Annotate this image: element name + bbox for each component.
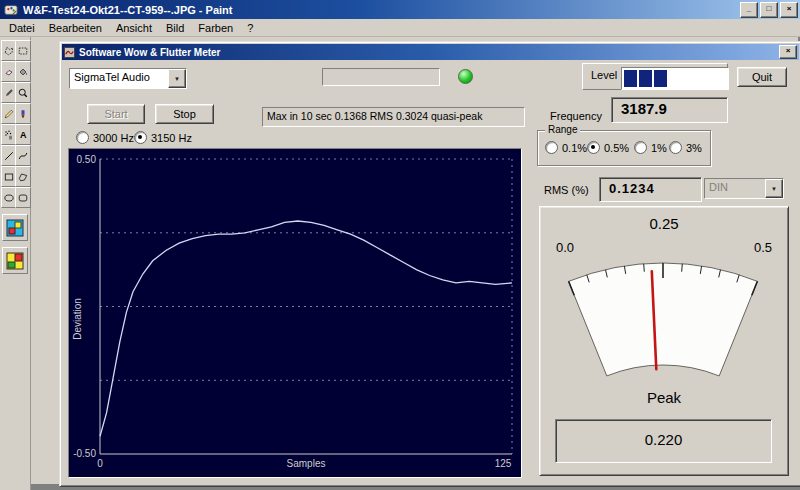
meter-face bbox=[569, 263, 758, 376]
start-button[interactable]: Start bbox=[87, 104, 145, 124]
colors-icon-1 bbox=[5, 218, 25, 238]
chevron-down-icon: ▼ bbox=[765, 179, 783, 198]
weighting-value: DIN bbox=[705, 179, 765, 198]
x-axis-label: Samples bbox=[287, 458, 326, 469]
free-form-select-icon bbox=[3, 45, 15, 57]
minimize-button[interactable]: _ bbox=[740, 2, 758, 18]
deviation-chart: 0.50 -0.50 0 Samples 125 Deviation bbox=[68, 148, 522, 478]
tool-select[interactable] bbox=[15, 40, 31, 61]
radio-range-3[interactable]: 3% bbox=[669, 141, 702, 154]
xtick-left: 0 bbox=[97, 458, 103, 469]
radio-3000hz-label: 3000 Hz bbox=[93, 132, 134, 144]
select-icon bbox=[17, 45, 29, 57]
radio-range-0-5[interactable]: 0.5% bbox=[587, 141, 629, 154]
curve-icon bbox=[17, 150, 29, 162]
colors-icon-2 bbox=[5, 251, 25, 271]
rms-value: 0.1234 bbox=[599, 177, 702, 202]
radio-3000hz[interactable]: 3000 Hz bbox=[76, 131, 134, 144]
eyedropper-icon bbox=[3, 87, 15, 99]
paint-menubar: Datei Bearbeiten Ansicht Bild Farben ? bbox=[0, 19, 800, 37]
level-panel: Level bbox=[582, 63, 728, 90]
ellipse-icon bbox=[3, 192, 15, 204]
extra-tool-2-button[interactable] bbox=[2, 247, 28, 274]
frequency-value: 3187.9 bbox=[611, 97, 728, 123]
menu-datei[interactable]: Datei bbox=[2, 21, 42, 35]
audio-device-select[interactable]: SigmaTel Audio ▼ bbox=[69, 68, 187, 89]
radio-button-icon bbox=[76, 131, 89, 144]
paint-toolbox: A bbox=[0, 37, 31, 490]
xtick-right: 125 bbox=[495, 458, 512, 469]
magnifier-icon bbox=[17, 87, 29, 99]
fill-bucket-icon bbox=[17, 66, 29, 78]
eraser-icon bbox=[3, 66, 15, 78]
tool-polygon[interactable] bbox=[15, 166, 31, 187]
status-led-icon bbox=[458, 69, 473, 84]
audio-device-value: SigmaTel Audio bbox=[70, 69, 168, 88]
paint-canvas[interactable]: Software Wow & Flutter Meter × SigmaTel … bbox=[31, 37, 800, 490]
range-group: Range 0.1% 0.5% 1% 3% bbox=[537, 130, 711, 166]
wf-meter-window: Software Wow & Flutter Meter × SigmaTel … bbox=[59, 41, 800, 487]
radio-3150hz-label: 3150 Hz bbox=[151, 132, 192, 144]
display-field bbox=[322, 68, 440, 86]
paint-titlebar: W&F-Test24-Okt21--CT-959--.JPG - Paint _… bbox=[0, 0, 800, 19]
chevron-down-icon: ▼ bbox=[168, 69, 186, 88]
text-icon: A bbox=[17, 129, 29, 141]
extra-tool-1-button[interactable] bbox=[2, 214, 28, 241]
menu-ansicht[interactable]: Ansicht bbox=[109, 21, 159, 35]
tool-brush[interactable] bbox=[15, 103, 31, 124]
meter-scale-left: 0.0 bbox=[556, 240, 574, 255]
radio-button-icon bbox=[669, 141, 682, 154]
radio-button-icon bbox=[634, 141, 647, 154]
airbrush-icon bbox=[3, 129, 15, 141]
menu-farben[interactable]: Farben bbox=[191, 21, 240, 35]
maximize-button[interactable]: □ bbox=[760, 2, 778, 18]
close-button[interactable]: × bbox=[780, 2, 798, 18]
wf-meter-app-icon bbox=[64, 47, 75, 58]
rounded-rectangle-icon bbox=[17, 192, 29, 204]
brush-icon bbox=[17, 108, 29, 120]
radio-range-3-label: 3% bbox=[686, 142, 702, 154]
ytick-bottom: -0.50 bbox=[73, 448, 96, 459]
ytick-top: 0.50 bbox=[77, 154, 97, 165]
menu-help[interactable]: ? bbox=[240, 21, 260, 35]
level-label: Level bbox=[591, 69, 617, 81]
radio-3150hz[interactable]: 3150 Hz bbox=[134, 131, 192, 144]
radio-button-icon bbox=[134, 131, 147, 144]
paint-window-title: W&F-Test24-Okt21--CT-959--.JPG - Paint bbox=[23, 4, 738, 16]
tool-rounded-rectangle[interactable] bbox=[15, 187, 31, 208]
stop-button[interactable]: Stop bbox=[155, 104, 214, 124]
radio-range-0-5-label: 0.5% bbox=[604, 142, 629, 154]
quit-button[interactable]: Quit bbox=[737, 67, 787, 87]
tool-text[interactable]: A bbox=[15, 124, 31, 145]
radio-range-1-label: 1% bbox=[651, 142, 667, 154]
paint-app-icon bbox=[4, 3, 18, 17]
weighting-select[interactable]: DIN ▼ bbox=[704, 178, 784, 199]
wf-meter-close-button[interactable]: × bbox=[779, 45, 797, 59]
radio-range-1[interactable]: 1% bbox=[634, 141, 667, 154]
tool-fill[interactable] bbox=[15, 61, 31, 82]
paint-window: W&F-Test24-Okt21--CT-959--.JPG - Paint _… bbox=[0, 0, 800, 490]
peak-meter-panel: 0.25 0.0 0.5 Peak 0.220 bbox=[539, 206, 789, 476]
y-axis-label: Deviation bbox=[72, 298, 83, 340]
menu-bild[interactable]: Bild bbox=[159, 21, 191, 35]
pencil-icon bbox=[3, 108, 15, 120]
polygon-icon bbox=[17, 171, 29, 183]
level-meter bbox=[621, 67, 729, 90]
status-message: Max in 10 sec 0.1368 RMS 0.3024 quasi-pe… bbox=[262, 107, 525, 127]
canvas-image: Software Wow & Flutter Meter × SigmaTel … bbox=[31, 37, 798, 484]
range-group-label: Range bbox=[545, 124, 580, 135]
deviation-curve bbox=[100, 221, 512, 436]
radio-range-0-1-label: 0.1% bbox=[562, 142, 587, 154]
radio-range-0-1[interactable]: 0.1% bbox=[545, 141, 587, 154]
frequency-label: Frequency bbox=[550, 110, 602, 122]
radio-button-icon bbox=[587, 141, 600, 154]
wf-meter-titlebar: Software Wow & Flutter Meter × bbox=[62, 44, 799, 60]
tool-magnifier[interactable] bbox=[15, 82, 31, 103]
menu-bearbeiten[interactable]: Bearbeiten bbox=[42, 21, 109, 35]
meter-scale-right: 0.5 bbox=[754, 240, 772, 255]
peak-value: 0.220 bbox=[555, 419, 772, 463]
line-icon bbox=[3, 150, 15, 162]
tool-curve[interactable] bbox=[15, 145, 31, 166]
radio-button-icon bbox=[545, 141, 558, 154]
peak-label: Peak bbox=[540, 389, 788, 406]
